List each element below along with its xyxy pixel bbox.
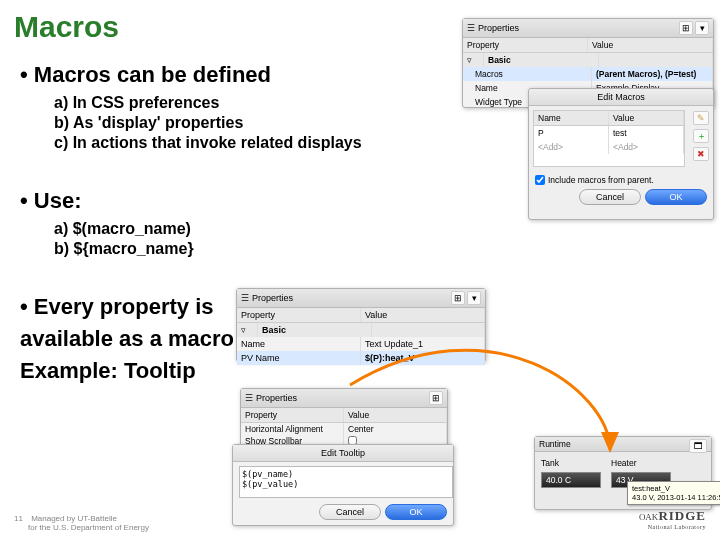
ok-button[interactable]: OK bbox=[645, 189, 707, 205]
col-value: Value bbox=[588, 38, 713, 52]
bullet-syntax-brace: b) ${macro_name} bbox=[54, 240, 720, 258]
footer-line-1: Managed by UT-Battelle bbox=[31, 514, 117, 523]
edit-macros-dialog: Edit Macros Name Value P test <Add> <Add… bbox=[528, 88, 714, 220]
macro-add-name[interactable]: <Add> bbox=[534, 140, 609, 154]
properties-icon: ☰ bbox=[241, 293, 249, 303]
tab-properties[interactable]: Properties bbox=[256, 393, 297, 403]
footer: 11 Managed by UT-Battelle for the U.S. D… bbox=[14, 514, 149, 532]
tank-value: 40.0 C bbox=[541, 472, 601, 488]
edit-icon[interactable]: ✎ bbox=[693, 111, 709, 125]
col-value: Value bbox=[609, 111, 684, 125]
col-property: Property bbox=[463, 38, 588, 52]
footer-line-2: for the U.S. Department of Energy bbox=[28, 523, 149, 532]
tree-icon[interactable]: ⊞ bbox=[429, 391, 443, 405]
tooltip-line-pvname: test:heat_V bbox=[632, 484, 720, 493]
cancel-button[interactable]: Cancel bbox=[579, 189, 641, 205]
group-basic: Basic bbox=[258, 323, 372, 337]
tree-icon[interactable]: ⊞ bbox=[679, 21, 693, 35]
include-parent-checkbox[interactable] bbox=[535, 175, 545, 185]
properties-panel-mid: ☰ Properties ⊞ ▾ Property Value ▿ Basic … bbox=[236, 288, 486, 362]
properties-icon: ☰ bbox=[467, 23, 475, 33]
tooltip-textarea[interactable] bbox=[239, 466, 453, 498]
expand-icon[interactable]: ▿ bbox=[463, 53, 484, 67]
prop-macros-value[interactable]: (Parent Macros), (P=test) bbox=[592, 67, 713, 81]
ornl-logo: OAKRIDGE National Laboratory bbox=[639, 508, 706, 530]
remove-icon[interactable]: ✖ bbox=[693, 147, 709, 161]
tab-properties[interactable]: Properties bbox=[478, 23, 519, 33]
ok-button[interactable]: OK bbox=[385, 504, 447, 520]
prop-name-value[interactable]: Text Update_1 bbox=[361, 337, 485, 351]
menu-icon[interactable]: ▾ bbox=[467, 291, 481, 305]
tooltip-line-pvvalue: 43.0 V, 2013-01-14 11:26:55.857000000.13 bbox=[632, 493, 720, 502]
close-icon[interactable]: 🗖 bbox=[689, 439, 707, 453]
prop-name-label: Name bbox=[237, 337, 361, 351]
col-name: Name bbox=[534, 111, 609, 125]
cancel-button[interactable]: Cancel bbox=[319, 504, 381, 520]
include-parent-label: Include macros from parent. bbox=[548, 175, 654, 185]
ornl-sub: National Laboratory bbox=[639, 524, 706, 530]
slide-number: 11 bbox=[14, 514, 23, 523]
prop-pvname-value[interactable]: $(P):heat_V bbox=[361, 351, 485, 365]
runtime-tooltip: test:heat_V 43.0 V, 2013-01-14 11:26:55.… bbox=[627, 481, 720, 505]
expand-icon[interactable]: ▿ bbox=[237, 323, 258, 337]
bullet-syntax-paren: a) $(macro_name) bbox=[54, 220, 720, 238]
tree-icon[interactable]: ⊞ bbox=[451, 291, 465, 305]
properties-icon: ☰ bbox=[245, 393, 253, 403]
macro-row-name[interactable]: P bbox=[534, 126, 609, 140]
col-value: Value bbox=[361, 308, 485, 322]
tank-label: Tank bbox=[541, 458, 601, 468]
runtime-display: Runtime 🗖 Tank 40.0 C Heater 43 V test:h… bbox=[534, 436, 712, 510]
prop-halign-value[interactable]: Center bbox=[344, 423, 447, 435]
dialog-title: Edit Tooltip bbox=[233, 445, 453, 462]
col-property: Property bbox=[237, 308, 361, 322]
col-property: Property bbox=[241, 408, 344, 422]
ornl-ridge: RIDGE bbox=[658, 508, 706, 523]
menu-icon[interactable]: ▾ bbox=[695, 21, 709, 35]
prop-pvname-label: PV Name bbox=[237, 351, 361, 365]
tab-properties[interactable]: Properties bbox=[252, 293, 293, 303]
runtime-title: Runtime bbox=[539, 439, 571, 449]
prop-halign-label: Horizontal Alignment bbox=[241, 423, 344, 435]
prop-macros-label: Macros bbox=[463, 67, 592, 81]
add-icon[interactable]: ＋ bbox=[693, 129, 709, 143]
edit-tooltip-dialog: Edit Tooltip Cancel OK bbox=[232, 444, 454, 526]
col-value: Value bbox=[344, 408, 447, 422]
dialog-title: Edit Macros bbox=[529, 89, 713, 106]
macro-add-value[interactable]: <Add> bbox=[609, 140, 684, 154]
group-basic: Basic bbox=[484, 53, 599, 67]
macro-row-value[interactable]: test bbox=[609, 126, 684, 140]
heater-label: Heater bbox=[611, 458, 671, 468]
